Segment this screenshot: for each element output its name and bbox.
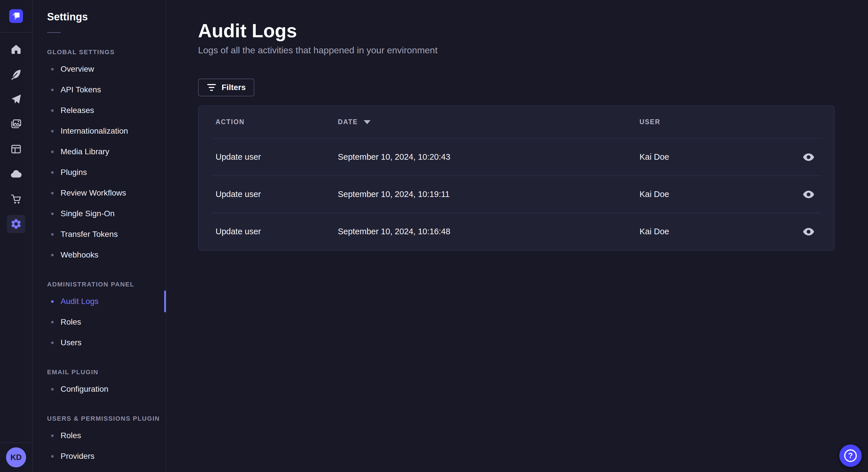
cell-user: Kai Doe (640, 152, 796, 162)
strapi-admin-app: KD Settings GLOBAL SETTINGS Overview API… (0, 0, 868, 472)
sidebar-item-label: Internationalization (61, 127, 128, 136)
bullet-icon (51, 68, 54, 71)
help-button[interactable]: ? (839, 444, 862, 467)
bullet-icon (51, 212, 54, 215)
help-question-icon: ? (844, 449, 857, 462)
filters-button-label: Filters (222, 83, 246, 92)
bullet-icon (51, 150, 54, 153)
sort-desc-arrow-icon (364, 120, 371, 124)
bullet-icon (51, 192, 54, 194)
sidebar-item[interactable]: Roles (47, 425, 166, 446)
sidebar-item[interactable]: Users (47, 332, 166, 353)
audit-logs-table: ACTION DATE USER Update user September 1… (198, 105, 835, 250)
sidebar-item-label: API Tokens (61, 85, 101, 94)
filter-icon (207, 84, 216, 91)
sidebar-item[interactable]: Internationalization (47, 121, 166, 141)
bullet-icon (51, 300, 54, 303)
cell-date: September 10, 2024, 10:20:43 (338, 152, 640, 162)
bullet-icon (51, 130, 54, 133)
view-log-details-button[interactable] (801, 224, 817, 240)
bullet-icon (51, 434, 54, 437)
page-title: Audit Logs (198, 19, 868, 43)
sidebar-item[interactable]: Overview (47, 59, 166, 79)
sidebar-item-label: Transfer Tokens (61, 230, 118, 239)
sidebar-item-label: Configuration (61, 384, 108, 394)
sidebar-item[interactable]: Webhooks (47, 245, 166, 265)
sidebar-item-label: Review Workflows (61, 189, 126, 198)
subnav-divider (47, 32, 61, 33)
cell-action: Update user (211, 152, 338, 162)
sidebar-item[interactable]: Single Sign-On (47, 203, 166, 224)
cart-icon[interactable] (7, 190, 25, 208)
sidebar-item[interactable]: Providers (47, 446, 166, 467)
rail-footer: KD (0, 442, 32, 472)
sidebar-item[interactable]: Roles (47, 312, 166, 332)
section-label: ADMINISTRATION PANEL (47, 281, 166, 288)
sidebar-item[interactable]: Audit Logs (47, 291, 166, 312)
icon-rail: KD (0, 0, 33, 472)
sidebar-item[interactable]: Plugins (47, 162, 166, 183)
view-log-details-button[interactable] (801, 187, 817, 202)
table-row: Update user September 10, 2024, 10:16:48… (211, 213, 822, 250)
strapi-logo[interactable] (9, 9, 23, 23)
main-content: Audit Logs Logs of all the activities th… (166, 0, 868, 472)
cloud-icon[interactable] (7, 165, 25, 183)
sidebar-item[interactable]: Releases (47, 100, 166, 121)
sidebar-item[interactable]: API Tokens (47, 79, 166, 100)
home-icon[interactable] (7, 40, 25, 59)
section-users-permissions-plugin: USERS & PERMISSIONS PLUGIN Roles Provide… (33, 415, 166, 467)
gear-icon[interactable] (7, 215, 25, 233)
section-email-plugin: EMAIL PLUGIN Configuration (33, 369, 166, 400)
filters-button[interactable]: Filters (198, 78, 254, 96)
sidebar-item-label: Plugins (61, 168, 87, 177)
cell-date: September 10, 2024, 10:16:48 (338, 227, 640, 236)
table-body: Update user September 10, 2024, 10:20:43… (198, 138, 834, 250)
column-header-date[interactable]: DATE (338, 118, 640, 126)
sidebar-item-label: Audit Logs (61, 297, 98, 306)
bullet-icon (51, 89, 54, 91)
table-row: Update user September 10, 2024, 10:20:43… (211, 138, 822, 175)
sidebar-item-label: Media Library (61, 147, 110, 156)
rail-nav (7, 40, 25, 240)
column-header-action: ACTION (211, 118, 338, 126)
cell-user: Kai Doe (640, 227, 796, 236)
bullet-icon (51, 455, 54, 458)
view-log-details-button[interactable] (801, 149, 817, 165)
cell-user: Kai Doe (640, 190, 796, 199)
table-row: Update user September 10, 2024, 10:19:11… (211, 175, 822, 213)
images-icon[interactable] (7, 115, 25, 133)
sidebar-item[interactable]: Configuration (47, 379, 166, 400)
bullet-icon (51, 171, 54, 174)
sidebar-item-label: Roles (61, 431, 81, 440)
eye-icon (802, 153, 815, 162)
sidebar-item[interactable]: Transfer Tokens (47, 224, 166, 245)
bullet-icon (51, 233, 54, 236)
section-label: EMAIL PLUGIN (47, 369, 166, 376)
paper-plane-icon[interactable] (7, 90, 25, 108)
section-global-settings: GLOBAL SETTINGS Overview API Tokens (33, 48, 166, 265)
section-administration-panel: ADMINISTRATION PANEL Audit Logs Roles (33, 281, 166, 353)
feather-icon[interactable] (7, 65, 25, 83)
sidebar-item-label: Overview (61, 65, 94, 74)
bullet-icon (51, 321, 54, 324)
sidebar-item-label: Single Sign-On (61, 209, 115, 218)
cell-date: September 10, 2024, 10:19:11 (338, 190, 640, 199)
avatar[interactable]: KD (6, 447, 26, 467)
sidebar-item[interactable]: Media Library (47, 141, 166, 162)
sidebar-item-label: Providers (61, 452, 94, 461)
section-label: GLOBAL SETTINGS (47, 48, 166, 56)
cell-action: Update user (211, 190, 338, 199)
bullet-icon (51, 254, 54, 256)
eye-icon (802, 190, 815, 199)
eye-icon (802, 227, 815, 236)
column-header-user: USER (640, 118, 796, 126)
cell-action: Update user (211, 227, 338, 236)
page-subtitle: Logs of all the activities that happened… (198, 45, 868, 56)
layout-icon[interactable] (7, 140, 25, 158)
section-label: USERS & PERMISSIONS PLUGIN (47, 415, 166, 423)
sidebar-item-label: Roles (61, 317, 81, 327)
sidebar-item[interactable]: Review Workflows (47, 183, 166, 203)
bullet-icon (51, 341, 54, 344)
strapi-logo-icon (9, 9, 23, 23)
rail-logo-area (0, 0, 32, 33)
